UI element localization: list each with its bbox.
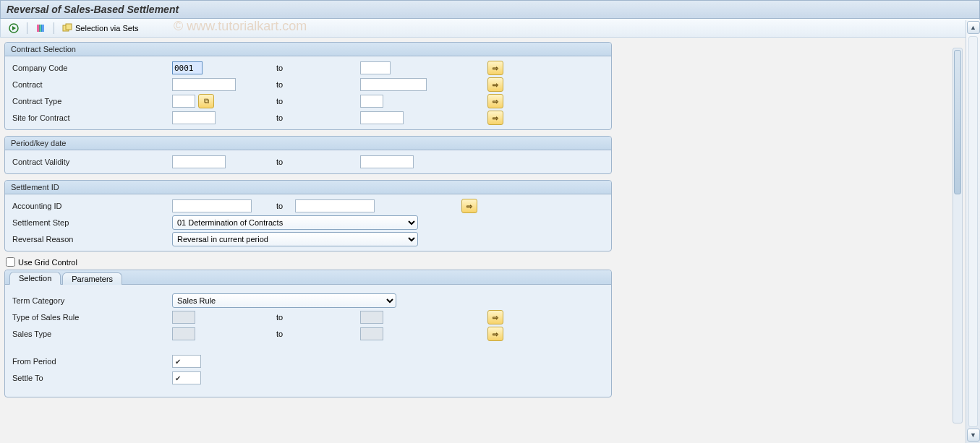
selection-via-sets-button[interactable]: Selection via Sets (59, 21, 142, 35)
contract-type-from-input[interactable] (172, 95, 195, 108)
term-category-label: Term Category (9, 296, 172, 305)
group-header: Settlement ID (5, 181, 611, 194)
to-label: to (273, 313, 360, 322)
tab-container: Selection Parameters Term Category Sales… (4, 270, 612, 397)
toolbar-separator (27, 22, 27, 34)
svg-rect-3 (41, 25, 44, 32)
page-title: Reversal of Sales-Based Settlement (0, 0, 980, 19)
tab-body-selection: Term Category Sales Rule Type of Sales R… (5, 285, 611, 397)
sales-type-to-input[interactable] (360, 327, 383, 340)
group-contract-selection: Contract Selection Company Code to Contr… (4, 42, 612, 130)
contract-type-f4-button[interactable] (198, 94, 214, 108)
contract-type-label: Contract Type (9, 97, 172, 106)
toolbar-separator (54, 22, 54, 34)
accounting-id-multiselect-button[interactable] (461, 199, 477, 213)
scroll-up-icon[interactable]: ▲ (967, 21, 980, 34)
group-period-key-date: Period/key date Contract Validity to (4, 136, 612, 174)
company-code-from-input[interactable] (172, 61, 203, 74)
site-from-input[interactable] (172, 111, 216, 124)
site-multiselect-button[interactable] (487, 111, 503, 125)
use-grid-control-label: Use Grid Control (18, 258, 77, 267)
contract-from-input[interactable] (172, 78, 236, 91)
group-header: Period/key date (5, 137, 611, 150)
from-period-label: From Period (9, 357, 172, 366)
from-period-check-input[interactable] (172, 355, 201, 368)
company-code-multiselect-button[interactable] (487, 61, 503, 75)
selection-via-sets-label: Selection via Sets (75, 24, 138, 33)
term-category-select[interactable]: Sales Rule (172, 293, 396, 308)
to-label: to (273, 158, 360, 166)
reversal-reason-select[interactable]: Reversal in current period (172, 232, 418, 246)
tab-selection[interactable]: Selection (9, 272, 61, 285)
company-code-to-input[interactable] (360, 61, 391, 74)
contract-validity-from-input[interactable] (172, 155, 226, 168)
contract-label: Contract (9, 80, 172, 89)
contract-to-input[interactable] (360, 78, 427, 91)
contract-validity-to-input[interactable] (360, 155, 414, 168)
sales-type-from-input[interactable] (172, 327, 195, 340)
use-grid-control-checkbox[interactable] (6, 257, 15, 267)
use-grid-control-row: Use Grid Control (6, 257, 976, 267)
outer-scrollbar[interactable]: ▲ ▼ (966, 20, 980, 443)
settle-to-label: Settle To (9, 374, 172, 382)
contract-multiselect-button[interactable] (487, 77, 503, 92)
variant-icon (35, 23, 46, 33)
svg-rect-5 (66, 24, 72, 30)
scroll-track[interactable] (968, 36, 978, 427)
tab-parameters[interactable]: Parameters (62, 272, 122, 285)
settle-to-check-input[interactable] (172, 371, 201, 384)
execute-button[interactable] (5, 21, 22, 35)
sales-type-multiselect-button[interactable] (487, 327, 503, 341)
type-of-sales-rule-label: Type of Sales Rule (9, 313, 172, 322)
toolbar: Selection via Sets (0, 19, 980, 38)
accounting-id-from-input[interactable] (172, 199, 252, 212)
reversal-reason-label: Reversal Reason (9, 235, 172, 244)
settlement-step-label: Settlement Step (9, 218, 172, 227)
company-code-label: Company Code (9, 64, 172, 72)
to-label: to (273, 97, 360, 106)
to-label: to (273, 64, 360, 72)
to-label: to (273, 80, 360, 89)
contract-validity-label: Contract Validity (9, 158, 172, 166)
inner-scrollbar[interactable] (953, 48, 963, 423)
execute-icon (9, 23, 19, 33)
settlement-step-select[interactable]: 01 Determination of Contracts (172, 215, 418, 230)
to-label: to (273, 202, 295, 210)
accounting-id-label: Accounting ID (9, 202, 172, 210)
sets-icon (62, 23, 72, 33)
contract-type-to-input[interactable] (360, 95, 383, 108)
type-of-sales-rule-to-input[interactable] (360, 311, 383, 324)
to-label: to (273, 330, 360, 338)
type-of-sales-rule-multiselect-button[interactable] (487, 310, 503, 324)
type-of-sales-rule-from-input[interactable] (172, 311, 195, 324)
sales-type-label: Sales Type (9, 330, 172, 338)
to-label: to (273, 113, 360, 122)
site-label: Site for Contract (9, 113, 172, 122)
contract-type-multiselect-button[interactable] (487, 94, 503, 108)
group-header: Contract Selection (5, 43, 611, 56)
tab-strip: Selection Parameters (5, 270, 611, 285)
group-settlement-id: Settlement ID Accounting ID to Settlemen… (4, 180, 612, 251)
scroll-down-icon[interactable]: ▼ (967, 429, 980, 442)
content-area: Contract Selection Company Code to Contr… (0, 38, 980, 402)
accounting-id-to-input[interactable] (295, 199, 375, 212)
variant-button[interactable] (32, 21, 49, 35)
scroll-thumb[interactable] (954, 50, 961, 194)
site-to-input[interactable] (360, 111, 404, 124)
